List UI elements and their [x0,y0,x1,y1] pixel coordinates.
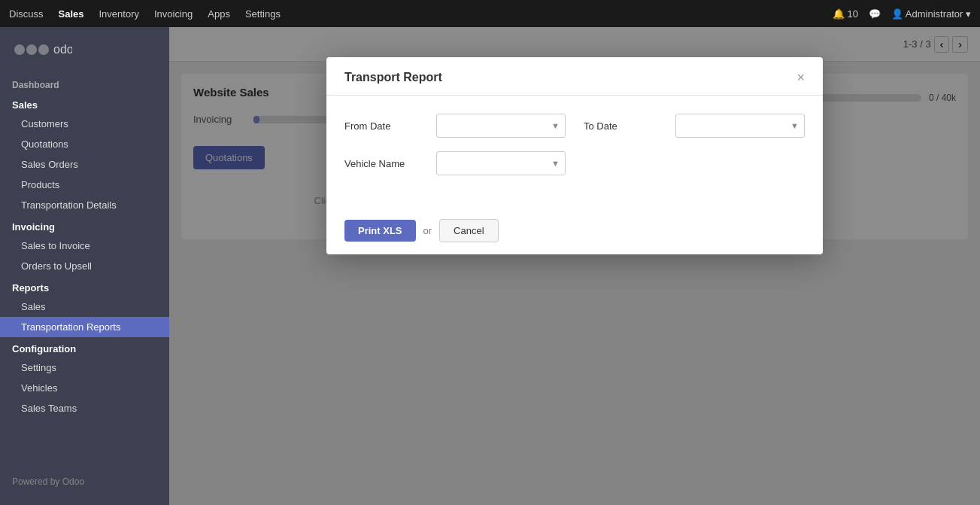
from-date-select-wrap: ▼ [436,114,566,138]
modal-title: Transport Report [344,71,442,84]
nav-invoicing[interactable]: Invoicing [154,8,193,20]
vehicle-row: Vehicle Name ▼ [344,151,805,175]
from-date-field: From Date ▼ [344,114,566,138]
top-nav: Discuss Sales Inventory Invoicing Apps S… [0,0,980,27]
nav-sales[interactable]: Sales [59,8,84,20]
chat-icon[interactable]: 💬 [869,8,881,20]
sidebar-section-reports-title: Reports [0,276,169,297]
sidebar: odoo Dashboard Sales Customers Quotation… [0,27,169,505]
user-menu[interactable]: 👤 Administrator ▾ [891,8,971,20]
sidebar-footer: Powered by Odoo [12,476,84,487]
transport-report-modal: Transport Report × From Date [326,57,823,254]
to-date-select-wrap: ▼ [675,114,805,138]
main-content: 1-3 / 3 ‹ › More ▾ Website Sales Invoici… [169,27,980,505]
sidebar-section-configuration-title: Configuration [0,337,169,357]
nav-discuss[interactable]: Discuss [9,8,44,20]
vehicle-name-label: Vehicle Name [344,158,427,169]
sidebar-item-customers[interactable]: Customers [0,114,169,134]
sidebar-item-orders-to-upsell[interactable]: Orders to Upsell [0,256,169,276]
modal-header: Transport Report × [326,57,823,96]
vehicle-name-field: Vehicle Name ▼ [344,151,566,175]
to-date-select[interactable] [675,114,805,138]
sidebar-item-transportation-details[interactable]: Transportation Details [0,195,169,215]
modal-body: From Date ▼ To Date [326,96,823,207]
to-date-label: To Date [584,120,666,132]
sidebar-logo: odoo [0,27,169,72]
nav-settings[interactable]: Settings [245,8,281,20]
or-label: or [423,225,432,236]
cancel-button[interactable]: Cancel [439,219,498,242]
vehicle-name-select-wrap: ▼ [436,151,566,175]
svg-point-0 [14,44,25,55]
svg-text:odoo: odoo [53,43,72,56]
sidebar-item-transportation-reports[interactable]: Transportation Reports [0,317,169,337]
vehicle-name-select[interactable] [436,151,566,175]
to-date-field: To Date ▼ [584,114,805,138]
from-date-select[interactable] [436,114,566,138]
modal-close-button[interactable]: × [796,71,805,84]
sidebar-item-sales-orders[interactable]: Sales Orders [0,154,169,175]
sidebar-item-vehicles[interactable]: Vehicles [0,378,169,398]
nav-apps[interactable]: Apps [208,8,230,20]
sidebar-section-invoicing-title: Invoicing [0,215,169,236]
nav-inventory[interactable]: Inventory [99,8,139,20]
svg-point-1 [26,44,37,55]
sidebar-item-sales-to-invoice[interactable]: Sales to Invoice [0,236,169,256]
sidebar-item-settings[interactable]: Settings [0,357,169,378]
sidebar-item-sales-teams[interactable]: Sales Teams [0,398,169,418]
print-xls-button[interactable]: Print XLS [344,220,416,242]
svg-point-2 [38,44,49,55]
date-row: From Date ▼ To Date [344,114,805,138]
odoo-logo-icon: odoo [12,36,72,63]
notification-count: 10 [847,8,857,20]
modal-overlay: Transport Report × From Date [169,27,980,505]
sidebar-item-quotations[interactable]: Quotations [0,134,169,154]
modal-footer: Print XLS or Cancel [326,207,823,254]
from-date-label: From Date [344,120,427,132]
notification-icon[interactable]: 🔔 10 [833,8,858,20]
sidebar-section-dashboard: Dashboard [0,72,169,93]
sidebar-section-sales-title: Sales [0,93,169,114]
sidebar-item-sales[interactable]: Sales [0,297,169,317]
user-name: Administrator [906,8,963,20]
sidebar-item-products[interactable]: Products [0,175,169,195]
